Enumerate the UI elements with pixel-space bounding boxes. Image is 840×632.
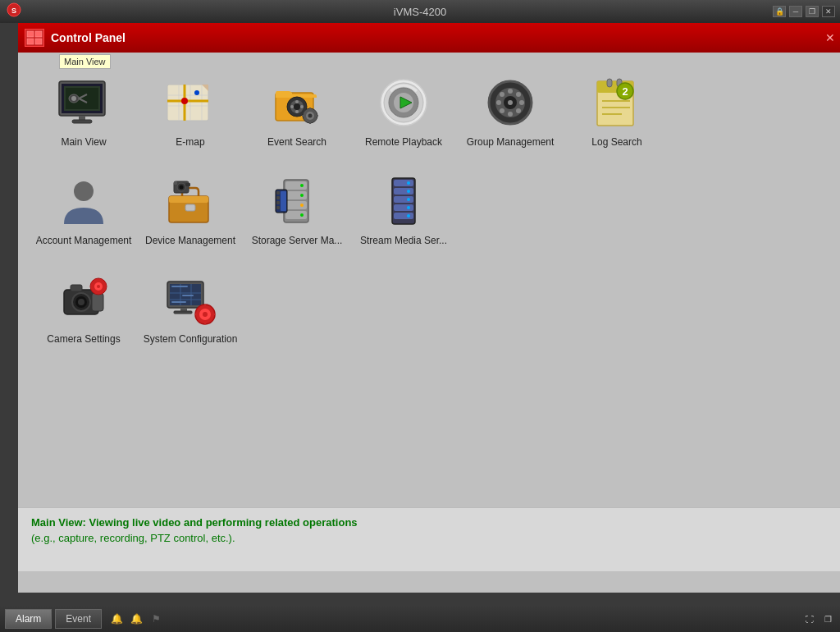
group-management-label: Group Management — [467, 136, 555, 149]
title-bar: S iVMS-4200 🔒 ─ ❐ ✕ — [0, 0, 840, 23]
svg-point-33 — [290, 105, 294, 108]
header-close-btn[interactable]: ✕ — [825, 31, 835, 44]
svg-point-86 — [300, 213, 304, 217]
svg-rect-125 — [171, 301, 186, 303]
alarm-red-icon: 🔔 — [108, 611, 125, 627]
event-search-icon[interactable]: Event Search — [248, 69, 346, 159]
camera-settings-icon[interactable]: Camera Settings — [34, 266, 133, 356]
svg-rect-62 — [607, 79, 612, 87]
svg-rect-123 — [171, 286, 188, 287]
account-management-icon[interactable]: Account Management — [34, 167, 133, 258]
stream-media-icon[interactable]: Stream Media Ser... — [354, 167, 453, 258]
main-view-icon[interactable]: Main View Main View — [34, 69, 133, 159]
remote-playback-icon[interactable]: Remote Playback — [354, 69, 453, 159]
e-map-label: E-map — [176, 136, 204, 149]
remote-playback-label: Remote Playback — [365, 136, 442, 149]
e-map-icon[interactable]: E-map — [141, 69, 240, 159]
svg-point-34 — [300, 105, 304, 108]
header-bar: Control Panel ✕ — [18, 23, 840, 53]
log-search-icon[interactable]: 2 Log Search — [568, 69, 666, 159]
svg-text:2: 2 — [622, 85, 628, 98]
main-view-tooltip: Main View — [59, 54, 111, 69]
restore-btn[interactable]: ❐ — [806, 6, 819, 17]
svg-point-134 — [203, 312, 208, 317]
status-line1: Main View: Viewing live video and perfor… — [31, 516, 827, 529]
close-btn[interactable]: ✕ — [822, 6, 835, 17]
svg-rect-91 — [276, 206, 280, 209]
svg-rect-90 — [276, 201, 280, 204]
svg-rect-133 — [211, 314, 215, 315]
main-view-image — [55, 74, 112, 131]
icons-grid: Main View Main View — [34, 69, 824, 356]
svg-rect-127 — [174, 311, 192, 314]
event-search-label: Event Search — [267, 136, 326, 149]
svg-rect-130 — [204, 305, 206, 309]
svg-rect-81 — [285, 201, 307, 209]
svg-point-84 — [300, 194, 304, 197]
svg-rect-89 — [276, 196, 280, 199]
svg-rect-114 — [91, 286, 94, 287]
device-management-icon[interactable]: Device Management — [141, 167, 240, 258]
svg-rect-40 — [302, 115, 304, 117]
svg-point-101 — [407, 198, 410, 201]
camera-settings-label: Camera Settings — [47, 333, 120, 346]
minimize-btn[interactable]: ─ — [789, 6, 802, 17]
system-configuration-label: System Configuration — [144, 333, 238, 346]
svg-point-69 — [74, 181, 94, 201]
lock-btn[interactable]: 🔒 — [773, 6, 786, 17]
alarm-button[interactable]: Alarm — [5, 609, 52, 629]
log-search-image: 2 — [588, 74, 646, 131]
svg-point-37 — [308, 114, 313, 118]
svg-rect-124 — [182, 295, 194, 296]
svg-point-107 — [78, 299, 84, 305]
svg-rect-109 — [92, 293, 103, 311]
group-management-icon[interactable]: Group Management — [461, 69, 559, 159]
svg-rect-96 — [394, 196, 413, 203]
svg-rect-4 — [27, 39, 34, 44]
storage-server-label: Storage Server Ma... — [252, 235, 343, 248]
icons-row-1: Main View Main View — [34, 69, 824, 159]
svg-rect-95 — [394, 188, 413, 195]
svg-rect-79 — [285, 181, 307, 190]
icons-row-2: Account Management — [34, 167, 824, 258]
svg-rect-38 — [309, 108, 311, 110]
svg-rect-82 — [285, 211, 307, 219]
svg-rect-72 — [185, 204, 195, 211]
svg-point-53 — [496, 100, 501, 105]
svg-rect-76 — [185, 183, 190, 186]
group-management-image — [482, 74, 539, 131]
svg-point-83 — [300, 184, 304, 187]
svg-rect-77 — [174, 181, 177, 185]
event-search-image — [268, 74, 326, 131]
account-management-label: Account Management — [36, 235, 132, 248]
restore-icon[interactable]: ❐ — [820, 611, 835, 626]
svg-rect-112 — [98, 279, 99, 282]
svg-rect-115 — [103, 286, 106, 287]
svg-point-24 — [181, 98, 188, 104]
svg-point-116 — [97, 285, 100, 288]
stream-media-label: Stream Media Ser... — [360, 235, 447, 248]
fullscreen-icon[interactable]: ⛶ — [802, 611, 817, 626]
svg-point-58 — [500, 108, 504, 113]
svg-point-75 — [180, 185, 184, 190]
header-title: Control Panel — [51, 31, 126, 44]
svg-point-102 — [407, 206, 410, 209]
system-configuration-icon[interactable]: System Configuration — [141, 266, 240, 356]
svg-rect-131 — [204, 320, 206, 324]
storage-server-icon[interactable]: Storage Server Ma... — [248, 167, 346, 258]
status-line2: (e.g., capture, recording, PTZ control, … — [31, 532, 827, 544]
svg-point-25 — [194, 90, 199, 95]
account-management-image — [55, 172, 112, 230]
svg-point-31 — [295, 100, 299, 103]
event-button[interactable]: Event — [55, 609, 102, 629]
svg-point-52 — [508, 112, 513, 117]
bottom-icons: 🔔 🔔 ⚑ — [108, 611, 164, 627]
svg-point-30 — [294, 103, 300, 110]
svg-point-55 — [500, 92, 504, 97]
svg-rect-92 — [281, 191, 286, 211]
svg-rect-16 — [167, 85, 208, 121]
panel-icon — [25, 29, 44, 47]
svg-point-85 — [300, 204, 304, 207]
log-search-label: Log Search — [591, 136, 641, 149]
svg-point-51 — [508, 89, 513, 94]
